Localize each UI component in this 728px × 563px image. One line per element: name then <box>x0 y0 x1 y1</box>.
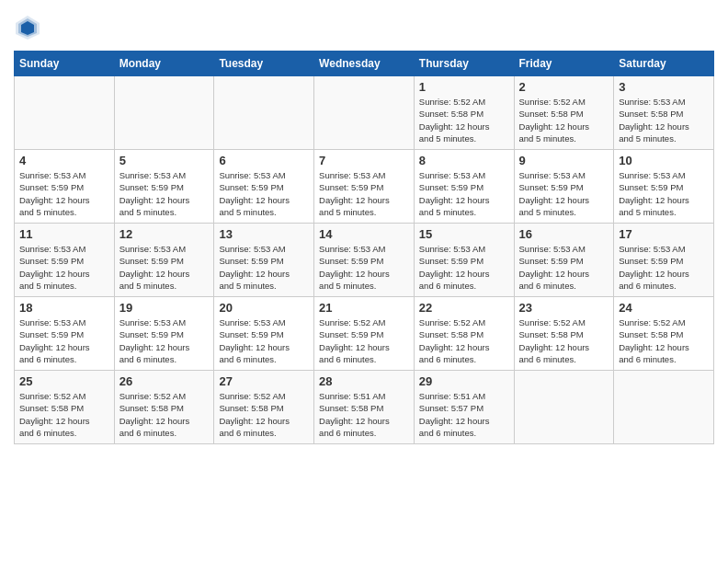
day-number: 29 <box>419 374 509 388</box>
calendar-cell <box>614 371 714 444</box>
day-number: 22 <box>419 301 509 315</box>
day-info: Sunrise: 5:53 AM Sunset: 5:59 PM Dayligh… <box>119 243 210 292</box>
day-number: 15 <box>419 227 509 241</box>
calendar-week-row: 11Sunrise: 5:53 AM Sunset: 5:59 PM Dayli… <box>15 224 714 297</box>
calendar-cell: 27Sunrise: 5:52 AM Sunset: 5:58 PM Dayli… <box>214 371 314 444</box>
calendar-cell: 16Sunrise: 5:53 AM Sunset: 5:59 PM Dayli… <box>514 224 614 297</box>
calendar-table: SundayMondayTuesdayWednesdayThursdayFrid… <box>14 51 714 444</box>
calendar-cell: 21Sunrise: 5:52 AM Sunset: 5:59 PM Dayli… <box>314 297 415 371</box>
calendar-cell <box>314 76 415 150</box>
day-info: Sunrise: 5:53 AM Sunset: 5:58 PM Dayligh… <box>619 96 709 144</box>
day-number: 27 <box>219 374 309 388</box>
day-info: Sunrise: 5:53 AM Sunset: 5:59 PM Dayligh… <box>219 243 309 292</box>
calendar-cell: 20Sunrise: 5:53 AM Sunset: 5:59 PM Dayli… <box>214 297 314 371</box>
calendar-cell <box>514 371 614 444</box>
day-number: 19 <box>119 301 210 315</box>
day-info: Sunrise: 5:53 AM Sunset: 5:59 PM Dayligh… <box>119 316 210 365</box>
day-header-saturday: Saturday <box>614 52 714 76</box>
day-info: Sunrise: 5:52 AM Sunset: 5:59 PM Dayligh… <box>319 316 409 365</box>
day-header-tuesday: Tuesday <box>214 52 314 76</box>
day-info: Sunrise: 5:51 AM Sunset: 5:58 PM Dayligh… <box>319 390 409 439</box>
day-number: 7 <box>319 154 409 167</box>
day-number: 2 <box>519 80 609 94</box>
calendar-cell <box>15 76 115 150</box>
calendar-header-row: SundayMondayTuesdayWednesdayThursdayFrid… <box>15 52 714 76</box>
day-number: 8 <box>419 154 509 167</box>
day-info: Sunrise: 5:53 AM Sunset: 5:59 PM Dayligh… <box>619 169 709 218</box>
calendar-cell: 19Sunrise: 5:53 AM Sunset: 5:59 PM Dayli… <box>114 297 214 371</box>
calendar-cell: 26Sunrise: 5:52 AM Sunset: 5:58 PM Dayli… <box>114 371 214 444</box>
day-info: Sunrise: 5:53 AM Sunset: 5:59 PM Dayligh… <box>219 316 309 365</box>
day-number: 18 <box>19 301 109 315</box>
calendar-cell: 8Sunrise: 5:53 AM Sunset: 5:59 PM Daylig… <box>414 150 514 224</box>
day-number: 9 <box>519 154 609 167</box>
calendar-cell: 28Sunrise: 5:51 AM Sunset: 5:58 PM Dayli… <box>314 371 415 444</box>
day-header-friday: Friday <box>514 52 614 76</box>
day-info: Sunrise: 5:52 AM Sunset: 5:58 PM Dayligh… <box>19 390 109 439</box>
day-info: Sunrise: 5:53 AM Sunset: 5:59 PM Dayligh… <box>319 243 409 292</box>
calendar-cell: 4Sunrise: 5:53 AM Sunset: 5:59 PM Daylig… <box>15 150 115 224</box>
day-info: Sunrise: 5:52 AM Sunset: 5:58 PM Dayligh… <box>419 96 509 144</box>
day-number: 26 <box>119 374 210 388</box>
day-info: Sunrise: 5:52 AM Sunset: 5:58 PM Dayligh… <box>519 316 609 365</box>
calendar-cell: 14Sunrise: 5:53 AM Sunset: 5:59 PM Dayli… <box>314 224 415 297</box>
calendar-cell: 3Sunrise: 5:53 AM Sunset: 5:58 PM Daylig… <box>614 76 714 150</box>
calendar-cell <box>114 76 214 150</box>
day-info: Sunrise: 5:52 AM Sunset: 5:58 PM Dayligh… <box>519 96 609 144</box>
calendar-cell: 11Sunrise: 5:53 AM Sunset: 5:59 PM Dayli… <box>15 224 115 297</box>
day-info: Sunrise: 5:52 AM Sunset: 5:58 PM Dayligh… <box>219 390 309 439</box>
calendar-cell: 13Sunrise: 5:53 AM Sunset: 5:59 PM Dayli… <box>214 224 314 297</box>
day-info: Sunrise: 5:53 AM Sunset: 5:59 PM Dayligh… <box>519 169 609 218</box>
day-info: Sunrise: 5:53 AM Sunset: 5:59 PM Dayligh… <box>419 169 509 218</box>
day-header-monday: Monday <box>114 52 214 76</box>
calendar-cell <box>214 76 314 150</box>
calendar-cell: 17Sunrise: 5:53 AM Sunset: 5:59 PM Dayli… <box>614 224 714 297</box>
day-info: Sunrise: 5:53 AM Sunset: 5:59 PM Dayligh… <box>319 169 409 218</box>
day-number: 16 <box>519 227 609 241</box>
day-number: 1 <box>419 80 509 94</box>
day-info: Sunrise: 5:53 AM Sunset: 5:59 PM Dayligh… <box>519 243 609 292</box>
day-info: Sunrise: 5:53 AM Sunset: 5:59 PM Dayligh… <box>19 316 109 365</box>
calendar-cell: 29Sunrise: 5:51 AM Sunset: 5:57 PM Dayli… <box>414 371 514 444</box>
calendar-cell: 5Sunrise: 5:53 AM Sunset: 5:59 PM Daylig… <box>114 150 214 224</box>
day-info: Sunrise: 5:53 AM Sunset: 5:59 PM Dayligh… <box>619 243 709 292</box>
day-number: 13 <box>219 227 309 241</box>
day-number: 25 <box>19 374 109 388</box>
logo-icon <box>14 14 41 41</box>
day-number: 17 <box>619 227 709 241</box>
day-info: Sunrise: 5:52 AM Sunset: 5:58 PM Dayligh… <box>619 316 709 365</box>
calendar-cell: 18Sunrise: 5:53 AM Sunset: 5:59 PM Dayli… <box>15 297 115 371</box>
calendar-cell: 10Sunrise: 5:53 AM Sunset: 5:59 PM Dayli… <box>614 150 714 224</box>
day-number: 6 <box>219 154 309 167</box>
day-info: Sunrise: 5:53 AM Sunset: 5:59 PM Dayligh… <box>419 243 509 292</box>
calendar-cell: 24Sunrise: 5:52 AM Sunset: 5:58 PM Dayli… <box>614 297 714 371</box>
day-number: 20 <box>219 301 309 315</box>
calendar-cell: 6Sunrise: 5:53 AM Sunset: 5:59 PM Daylig… <box>214 150 314 224</box>
calendar-week-row: 18Sunrise: 5:53 AM Sunset: 5:59 PM Dayli… <box>15 297 714 371</box>
calendar-week-row: 1Sunrise: 5:52 AM Sunset: 5:58 PM Daylig… <box>15 76 714 150</box>
calendar-cell: 22Sunrise: 5:52 AM Sunset: 5:58 PM Dayli… <box>414 297 514 371</box>
page-header <box>14 14 714 41</box>
calendar-cell: 9Sunrise: 5:53 AM Sunset: 5:59 PM Daylig… <box>514 150 614 224</box>
day-header-wednesday: Wednesday <box>314 52 415 76</box>
day-header-thursday: Thursday <box>414 52 514 76</box>
day-info: Sunrise: 5:53 AM Sunset: 5:59 PM Dayligh… <box>119 169 210 218</box>
day-info: Sunrise: 5:53 AM Sunset: 5:59 PM Dayligh… <box>19 169 109 218</box>
day-info: Sunrise: 5:52 AM Sunset: 5:58 PM Dayligh… <box>419 316 509 365</box>
day-number: 21 <box>319 301 409 315</box>
day-number: 12 <box>119 227 210 241</box>
calendar-week-row: 4Sunrise: 5:53 AM Sunset: 5:59 PM Daylig… <box>15 150 714 224</box>
calendar-cell: 2Sunrise: 5:52 AM Sunset: 5:58 PM Daylig… <box>514 76 614 150</box>
day-number: 4 <box>19 154 109 167</box>
day-info: Sunrise: 5:51 AM Sunset: 5:57 PM Dayligh… <box>419 390 509 439</box>
day-number: 23 <box>519 301 609 315</box>
day-header-sunday: Sunday <box>15 52 115 76</box>
calendar-cell: 1Sunrise: 5:52 AM Sunset: 5:58 PM Daylig… <box>414 76 514 150</box>
day-number: 28 <box>319 374 409 388</box>
calendar-cell: 7Sunrise: 5:53 AM Sunset: 5:59 PM Daylig… <box>314 150 415 224</box>
calendar-cell: 23Sunrise: 5:52 AM Sunset: 5:58 PM Dayli… <box>514 297 614 371</box>
day-number: 5 <box>119 154 210 167</box>
calendar-cell: 12Sunrise: 5:53 AM Sunset: 5:59 PM Dayli… <box>114 224 214 297</box>
day-info: Sunrise: 5:53 AM Sunset: 5:59 PM Dayligh… <box>219 169 309 218</box>
day-number: 10 <box>619 154 709 167</box>
